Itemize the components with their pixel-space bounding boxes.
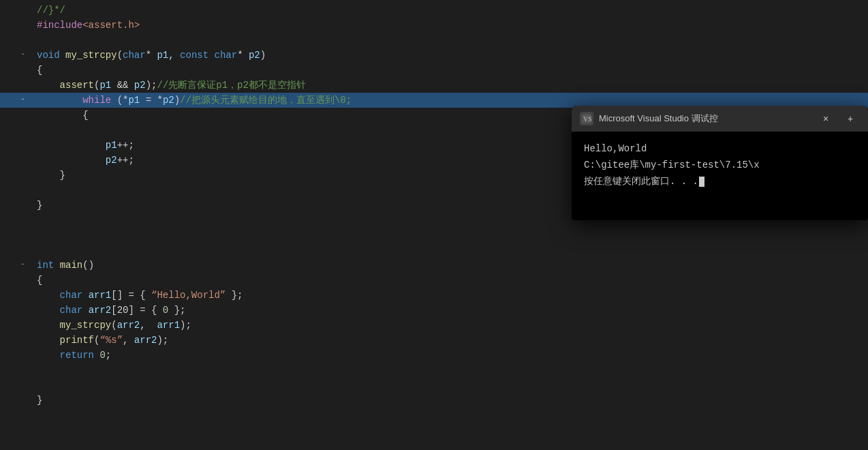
line-gutter-8 [0, 110, 34, 120]
code-line-3 [0, 33, 868, 48]
code-line-6: assert(p1 && p2);//先断言保证p1，p2都不是空指针 [0, 78, 868, 93]
line-gutter-4: ⁃ [0, 50, 34, 60]
fold-space-12 [18, 170, 27, 180]
terminal-line-2: C:\gitee库\my-first-test\7.15\x [584, 158, 856, 174]
fold-space-2 [18, 20, 27, 30]
line-content-25 [34, 363, 868, 378]
line-content-17 [34, 243, 868, 258]
fold-space-11 [18, 155, 27, 165]
code-line-22: my_strcpy(arr2, arr1); [0, 318, 868, 333]
code-line-24: return 0; [0, 348, 868, 363]
terminal-body: Hello,World C:\gitee库\my-first-test\7.15… [572, 132, 868, 220]
line-gutter-24 [0, 350, 34, 360]
line-content-27: } [34, 393, 868, 408]
fold-space-23 [18, 335, 27, 345]
line-gutter-11 [0, 155, 34, 165]
code-line-17 [0, 243, 868, 258]
terminal-titlebar: VS Microsoft Visual Studio 调试控 × + [572, 106, 868, 132]
fold-space-5 [18, 65, 27, 75]
code-line-5: { [0, 63, 868, 78]
fold-space-1 [18, 5, 27, 15]
fold-space-27 [18, 395, 27, 405]
fold-space-8 [18, 110, 27, 120]
line-content-16 [34, 228, 868, 243]
code-line-27: } [0, 393, 868, 408]
fold-space-10 [18, 140, 27, 150]
fold-space-21 [18, 305, 27, 315]
line-content-6: assert(p1 && p2);//先断言保证p1，p2都不是空指针 [34, 78, 868, 93]
terminal-cursor [699, 177, 704, 187]
line-gutter-23 [0, 335, 34, 345]
terminal-line-3: 按任意键关闭此窗口. . . [584, 174, 856, 190]
line-gutter-12 [0, 170, 34, 180]
line-gutter-1 [0, 5, 34, 15]
line-content-5: { [34, 63, 868, 78]
code-line-1: //}*/ [0, 3, 868, 18]
line-gutter-21 [0, 305, 34, 315]
code-line-23: printf(“%s”, arr2); [0, 333, 868, 348]
code-line-2: #include<assert.h> [0, 18, 868, 33]
line-gutter-7: ⁃ [0, 95, 34, 105]
line-gutter-2 [0, 20, 34, 30]
code-line-25 [0, 363, 868, 378]
terminal-app-icon: VS [580, 112, 593, 125]
fold-icon-18[interactable]: ⁃ [18, 260, 27, 270]
line-content-26 [34, 378, 868, 393]
line-content-1: //}*/ [34, 3, 868, 18]
fold-space-6 [18, 80, 27, 90]
fold-space-14 [18, 200, 27, 210]
terminal-add-button[interactable]: + [841, 109, 860, 128]
fold-icon-4[interactable]: ⁃ [18, 50, 27, 60]
line-content-3 [34, 33, 868, 48]
line-gutter-19 [0, 275, 34, 285]
code-line-20: char arr1[] = { “Hello,World” }; [0, 288, 868, 303]
line-content-4: void my_strcpy(char* p1, const char* p2) [34, 48, 868, 63]
line-gutter-6 [0, 80, 34, 90]
line-content-22: my_strcpy(arr2, arr1); [34, 318, 868, 333]
line-content-21: char arr2[20] = { 0 }; [34, 303, 868, 318]
code-line-21: char arr2[20] = { 0 }; [0, 303, 868, 318]
line-content-24: return 0; [34, 348, 868, 363]
line-gutter-10 [0, 140, 34, 150]
line-gutter-27 [0, 395, 34, 405]
line-content-20: char arr1[] = { “Hello,World” }; [34, 288, 868, 303]
line-content-2: #include<assert.h> [34, 18, 868, 33]
fold-icon-7[interactable]: ⁃ [18, 95, 27, 105]
fold-space-22 [18, 320, 27, 330]
code-line-4: ⁃ void my_strcpy(char* p1, const char* p… [0, 48, 868, 63]
line-gutter-22 [0, 320, 34, 330]
terminal-window: VS Microsoft Visual Studio 调试控 × + Hello… [572, 106, 868, 220]
line-gutter-14 [0, 200, 34, 210]
fold-space-19 [18, 275, 27, 285]
code-editor: //}*/ #include<assert.h> ⁃ void my_strcp… [0, 0, 868, 450]
code-line-16 [0, 228, 868, 243]
terminal-close-button[interactable]: × [816, 109, 835, 128]
code-line-19: { [0, 273, 868, 288]
line-gutter-20 [0, 290, 34, 300]
fold-space-20 [18, 290, 27, 300]
line-gutter-18: ⁃ [0, 260, 34, 270]
terminal-line-1: Hello,World [584, 141, 856, 158]
terminal-title: Microsoft Visual Studio 调试控 [599, 112, 811, 125]
code-line-18: ⁃ int main() [0, 258, 868, 273]
line-content-19: { [34, 273, 868, 288]
line-content-23: printf(“%s”, arr2); [34, 333, 868, 348]
svg-text:VS: VS [583, 115, 592, 123]
fold-space-24 [18, 350, 27, 360]
line-gutter-5 [0, 65, 34, 75]
line-content-18: int main() [34, 258, 868, 273]
code-line-26 [0, 378, 868, 393]
